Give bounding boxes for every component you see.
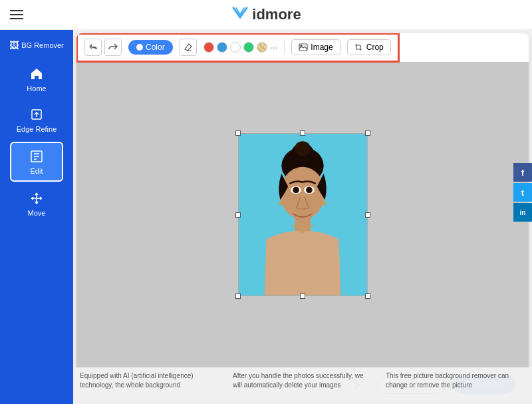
sidebar: 🖼 BG Remover Home Edge Refine [0,30,73,404]
sidebar-item-edge-refine-label: Edge Refine [17,125,57,133]
svg-point-3 [301,45,302,47]
svg-point-16 [279,201,283,205]
image-button[interactable]: Image [291,39,340,55]
twitter-share-button[interactable]: t [513,183,532,202]
handle-bottom-right[interactable] [365,294,370,299]
toolbar: Color ··· [76,33,399,62]
facebook-icon: f [521,168,524,178]
handle-bottom-center[interactable] [300,294,305,299]
svg-point-18 [301,230,304,233]
svg-point-7 [280,167,325,220]
logo-icon [231,5,249,24]
linkedin-icon: in [520,209,526,216]
handle-bottom-left[interactable] [235,294,241,299]
bottom-text-1: Equipped with AI (artificial intelligenc… [80,372,194,389]
swatch-white[interactable] [230,42,241,53]
undo-redo-group [84,39,122,56]
handle-top-left[interactable] [235,130,241,136]
sidebar-item-move-label: Move [28,209,46,217]
color-button-label: Color [146,43,165,52]
white-card: Color ··· [76,33,529,401]
handle-middle-left[interactable] [235,212,241,218]
bottom-text-area: Equipped with AI (artificial intelligenc… [73,367,532,404]
handle-top-center[interactable] [300,130,305,136]
swatch-green[interactable] [243,42,254,53]
sidebar-item-edge-refine[interactable]: Edge Refine [10,101,63,138]
move-icon [29,190,45,206]
edge-refine-icon [29,106,45,122]
navbar: idmore [0,0,532,30]
bottom-text-2: After you handle the photos successfully… [233,372,364,389]
edit-icon [29,148,45,164]
image-button-label: Image [311,43,332,52]
toolbar-divider [284,41,285,54]
svg-point-14 [294,188,298,192]
sidebar-item-edit[interactable]: Edit [10,142,63,182]
sidebar-item-move[interactable]: Move [10,185,63,222]
home-icon [29,66,45,82]
crop-button[interactable]: Crop [347,39,391,55]
image-container [238,133,368,296]
swatch-blue[interactable] [217,42,227,53]
eraser-button[interactable] [180,39,197,56]
sidebar-item-home-label: Home [27,85,46,93]
main-area: 🖼 BG Remover Home Edge Refine [0,30,532,404]
color-swatches: ··· [203,42,278,53]
handle-top-right[interactable] [365,130,370,136]
linkedin-share-button[interactable]: in [513,203,532,222]
image-frame [238,133,368,296]
swatch-red[interactable] [203,42,214,53]
twitter-icon: t [521,188,524,198]
hamburger-menu[interactable] [10,10,23,19]
swatch-pattern[interactable] [257,42,267,53]
sidebar-header: 🖼 BG Remover [4,37,69,54]
sidebar-item-home[interactable]: Home [10,61,63,98]
svg-point-15 [307,188,311,192]
redo-button[interactable] [104,39,122,56]
content-area: Color ··· [73,30,532,404]
handle-middle-right[interactable] [365,212,370,218]
svg-point-17 [322,201,326,205]
logo-text: idmore [252,6,301,23]
bg-remover-icon: 🖼 [9,40,19,51]
canvas-area [76,62,529,367]
crop-button-label: Crop [366,43,384,52]
sidebar-header-label: BG Remover [21,41,64,49]
svg-point-6 [295,141,311,156]
bottom-text-3: This free picture background remover can… [386,372,509,389]
color-circle-icon [136,44,143,51]
bottom-text-col-2: After you handle the photos successfully… [226,367,379,404]
sidebar-item-edit-label: Edit [31,167,43,175]
bottom-text-col-1: Equipped with AI (artificial intelligenc… [73,367,226,404]
undo-button[interactable] [84,39,102,56]
social-buttons: f t in [513,163,532,222]
color-button[interactable]: Color [128,40,173,55]
bottom-text-col-3: This free picture background remover can… [379,367,532,404]
logo: idmore [231,5,301,24]
more-colors-button[interactable]: ··· [270,42,278,53]
facebook-share-button[interactable]: f [513,163,532,182]
